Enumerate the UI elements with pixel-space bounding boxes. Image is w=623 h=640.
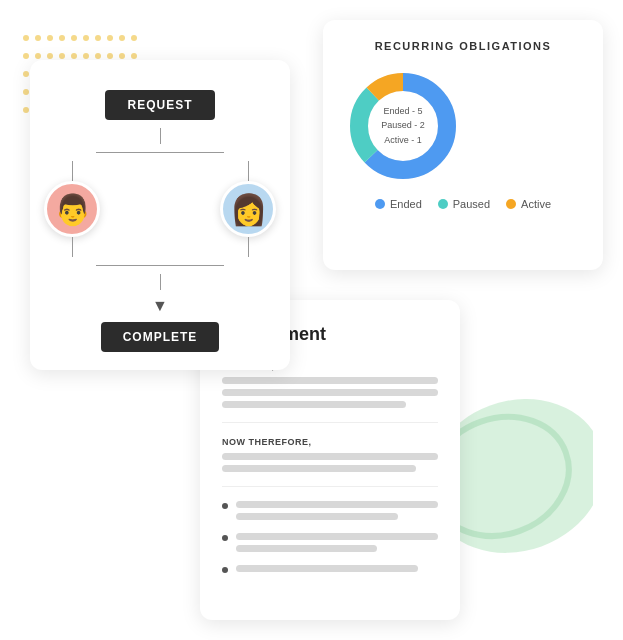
bullet-text-line-3a [236, 565, 418, 572]
legend-active: Active [506, 198, 551, 210]
bullet-item-1 [222, 501, 438, 525]
branch-container [70, 152, 250, 153]
arrow-icon: ▼ [152, 298, 168, 314]
text-line-3 [222, 401, 406, 408]
divider-1 [222, 422, 438, 423]
merge-line [70, 265, 250, 266]
bullet-text-line-2b [236, 545, 377, 552]
bullet-dot-2 [222, 535, 228, 541]
bullet-text-line-2a [236, 533, 438, 540]
request-box: REQUEST [105, 90, 214, 120]
legend-dot-active [506, 199, 516, 209]
bullet-lines-1 [236, 501, 438, 525]
bullet-lines-3 [236, 565, 438, 577]
complete-box: COMPLETE [101, 322, 220, 352]
bullet-dot-1 [222, 503, 228, 509]
legend-paused: Paused [438, 198, 490, 210]
avatar-man: 👨 [44, 181, 100, 237]
donut-chart: Ended - 5 Paused - 2 Active - 1 [343, 66, 463, 186]
bullet-text-line-1b [236, 513, 398, 520]
now-therefore-label: NOW THEREFORE, [222, 437, 438, 447]
avatar-row: 👨 👩 [44, 161, 276, 257]
bullet-item-3 [222, 565, 438, 577]
connector-line-1 [160, 128, 161, 144]
obligations-content: Ended - 5 Paused - 2 Active - 1 [343, 66, 583, 186]
legend-label-ended: Ended [390, 198, 422, 210]
bullet-text-line-1a [236, 501, 438, 508]
donut-labels: Ended - 5 Paused - 2 Active - 1 [381, 104, 425, 147]
bullet-item-2 [222, 533, 438, 557]
branch-right: 👩 [220, 161, 276, 257]
divider-2 [222, 486, 438, 487]
obligations-card: RECURRING OBLIGATIONS Ended - 5 Paused -… [323, 20, 603, 270]
bullet-dot-3 [222, 567, 228, 573]
obligations-title: RECURRING OBLIGATIONS [343, 40, 583, 52]
legend-label-paused: Paused [453, 198, 490, 210]
text-line-2 [222, 389, 438, 396]
legend-ended: Ended [375, 198, 422, 210]
text-line-4 [222, 453, 438, 460]
text-line-1 [222, 377, 438, 384]
bullet-lines-2 [236, 533, 438, 557]
connector-line-2 [160, 274, 161, 290]
legend-dot-paused [438, 199, 448, 209]
branch-left: 👨 [44, 161, 100, 257]
legend-row: Ended Paused Active [343, 198, 583, 210]
legend-label-active: Active [521, 198, 551, 210]
avatar-woman: 👩 [220, 181, 276, 237]
text-line-5 [222, 465, 416, 472]
legend-dot-ended [375, 199, 385, 209]
workflow-card: REQUEST 👨 👩 [30, 60, 290, 370]
workflow-diagram: REQUEST 👨 👩 [50, 80, 270, 352]
scene: REQUEST 👨 👩 [0, 0, 623, 640]
